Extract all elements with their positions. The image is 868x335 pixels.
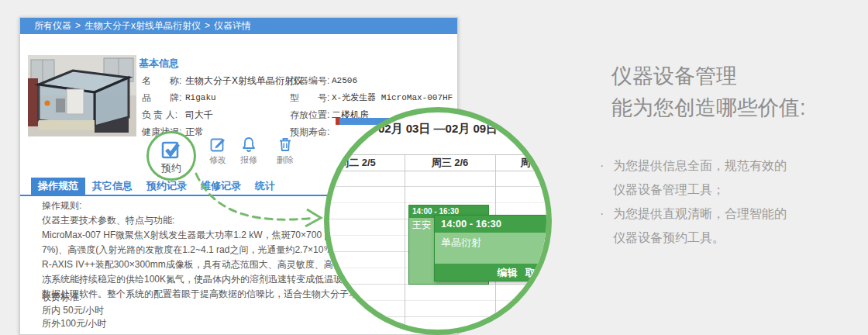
fee-line: 所内 50元/小时 [42, 304, 106, 317]
field-value: A2506 [332, 72, 357, 89]
fee-line: 收费标准: [42, 291, 106, 304]
popup-actions: 编辑 取消 [435, 264, 552, 281]
benefit-item: · 为您提供信息全面，规范有效的 仪器设备管理工具； [600, 154, 787, 202]
benefit-text: 仪器设备管理工具； [613, 178, 787, 202]
field-label: 仪器编号: [290, 72, 332, 89]
popup-time: 14:00 - 16:30 [435, 216, 552, 233]
fee-standard-text: 收费标准: 所内 50元/小时 所外100元/小时 [42, 291, 106, 330]
calendar-column-divider [405, 154, 405, 330]
calendar-day-header-row: 周二 2/5 周三 2/6 周四 [324, 154, 552, 171]
field-serial: 仪器编号: A2506 [290, 72, 453, 89]
breadcrumb: 所有仪器>生物大分子x射线单晶衍射仪>仪器详情 [20, 18, 457, 34]
popup-cancel-button[interactable]: 取消 [525, 267, 546, 278]
trash-icon [277, 136, 293, 152]
breadcrumb-separator: > [75, 20, 81, 31]
basic-info-title: 基本信息 [139, 57, 179, 71]
breadcrumb-separator: > [205, 20, 210, 31]
marketing-heading: 仪器设备管理 能为您创造哪些价值: [611, 60, 806, 124]
marketing-benefits: · 为您提供信息全面，规范有效的 仪器设备管理工具； · 为您提供直观清晰，合理… [600, 154, 787, 250]
popup-edit-button[interactable]: 编辑 [498, 267, 518, 278]
bell-icon [241, 136, 257, 152]
field-model: 型 号: X-光发生器 MicroMax-007HF [290, 89, 453, 106]
benefit-text: 为您提供信息全面，规范有效的 [613, 154, 787, 178]
popup-title: 单晶衍射 [435, 233, 552, 253]
edit-button[interactable]: 修改 [202, 136, 233, 166]
field-label: 型 号: [290, 89, 332, 106]
benefit-text: 仪器设备预约工具。 [613, 226, 787, 250]
field-value: Rigaku [185, 89, 216, 106]
field-value: X-光发生器 MicroMax-007HF [332, 89, 453, 106]
calendar-view: 02月 03日 —02月 09日 周二 2/5 周三 2/6 周四 14:00 … [324, 107, 552, 335]
repair-button[interactable]: 报修 [233, 136, 264, 166]
event-popup: 14:00 - 16:30 单晶衍射 编辑 取消 [434, 215, 552, 281]
field-name: 名 称: 生物大分子X射线单晶衍射仪 [142, 72, 303, 89]
field-value: 生物大分子X射线单晶衍射仪 [185, 72, 303, 89]
benefit-text: 为您提供直观清晰，合理智能的 [613, 202, 787, 226]
marketing-heading-line2: 能为您创造哪些价值: [611, 92, 806, 124]
page: 所有仪器>生物大分子x射线单晶衍射仪>仪器详情 基 [0, 0, 868, 335]
basic-info-left-column: 名 称: 生物大分子X射线单晶衍射仪 品 牌: Rigaku 负 责 人: 司大… [142, 72, 303, 140]
field-label: 名 称: [142, 72, 185, 89]
fee-line: 所外100元/小时 [42, 317, 106, 330]
day-header-thu[interactable]: 周四 [495, 155, 552, 171]
bullet-dot: · [600, 154, 604, 178]
benefit-item: · 为您提供直观清晰，合理智能的 仪器设备预约工具。 [600, 202, 787, 250]
marketing-heading-line1: 仪器设备管理 [611, 60, 806, 92]
field-value: 司大千 [185, 106, 213, 123]
edit-pencil-icon [210, 136, 226, 152]
checkbox-check-icon [160, 139, 182, 161]
field-manager: 负 责 人: 司大千 [142, 106, 303, 123]
field-label: 品 牌: [142, 89, 185, 106]
delete-button[interactable]: 删除 [270, 136, 301, 166]
dashed-arrow [184, 164, 339, 241]
breadcrumb-item-all-instruments[interactable]: 所有仪器 [34, 20, 71, 31]
tab-operation-rules[interactable]: 操作规范 [31, 178, 85, 195]
field-label: 负 责 人: [142, 106, 185, 123]
bullet-dot: · [600, 202, 604, 226]
field-brand: 品 牌: Rigaku [142, 89, 303, 106]
day-header-wed[interactable]: 周三 2/6 [405, 155, 495, 171]
equipment-photo [28, 55, 136, 136]
magnifier-circle: 02月 03日 —02月 09日 周二 2/5 周三 2/6 周四 14:00 … [324, 107, 552, 335]
tab-other-info[interactable]: 其它信息 [85, 178, 140, 195]
breadcrumb-item-detail: 仪器详情 [214, 20, 251, 31]
breadcrumb-item-instrument[interactable]: 生物大分子x射线单晶衍射仪 [84, 20, 201, 31]
field-label: 存放位置: [290, 106, 332, 123]
